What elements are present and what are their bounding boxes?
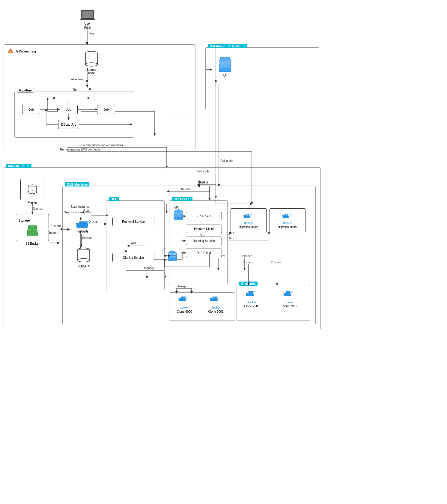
svg-rect-103 (246, 214, 247, 215)
svg-rect-123 (210, 298, 212, 300)
svg-rect-80 (79, 223, 82, 225)
svg-rect-102 (244, 215, 245, 216)
svg-rect-138 (286, 291, 288, 293)
svg-text:Push: Push (89, 32, 96, 35)
cloning-service-node: Cloning Service (112, 253, 154, 262)
svg-rect-124 (213, 297, 214, 298)
svg-rect-118 (181, 298, 183, 300)
svg-rect-134 (251, 293, 253, 294)
svg-text:Connect: Connect (271, 261, 281, 264)
svg-rect-130 (246, 293, 248, 294)
s3-bucket-label: S3 Bucket (25, 242, 39, 245)
refresh-label: Refresh (82, 236, 92, 239)
api-dlp-node: API (213, 57, 237, 77)
master-node: Master (20, 179, 44, 204)
migration-runner1-node: docker Migration runner (231, 208, 267, 232)
svg-rect-113 (287, 215, 288, 216)
dle-client-node: DLE Client (186, 249, 222, 257)
svg-rect-63 (219, 68, 231, 72)
svg-rect-81 (82, 222, 85, 223)
clones-6000-6001-region: docker Clone 6000 docker Clone (169, 292, 235, 321)
clone-6000-node: docker Clone 6000 (172, 294, 196, 313)
svg-rect-121 (179, 300, 186, 301)
clone-6001-label: Clone 6001 (208, 310, 223, 313)
pipeline-region: Pipeline Job Job Job DBLab Job (14, 91, 134, 138)
master-label: Master (28, 201, 37, 204)
svg-rect-106 (248, 215, 249, 216)
svg-rect-104 (246, 215, 247, 216)
svg-rect-127 (215, 298, 217, 300)
svg-rect-142 (284, 294, 291, 296)
pgdata-node: PGDATA (72, 247, 96, 268)
dle-machine-label: DLE Machine (65, 182, 89, 186)
infrastructure-label: Infrastructure (6, 164, 31, 168)
svg-rect-140 (288, 291, 290, 293)
clone-7001-label: Clone 7001 (282, 305, 297, 308)
svg-point-108 (250, 214, 251, 216)
git-logo: GitSomething (7, 48, 36, 55)
diagram-container: Run Run migrations (WS-connection) Pull … (0, 0, 447, 504)
dle-region: DLE Retrieval Service Cloning Service (106, 200, 165, 290)
database-lab-platform-region: Database Lab Platform API (205, 47, 319, 110)
gitsomething-region: GitSomething Sourcecode Pipeline Job Job… (4, 44, 195, 149)
run-migrations-label: Run migrations (WS-connection) (60, 148, 103, 151)
svg-point-143 (291, 291, 293, 293)
svg-text:Connect: Connect (243, 261, 253, 264)
retrieval-service-node: Retrieval Service (112, 217, 154, 226)
user-laptop: User Push (79, 10, 97, 29)
svg-rect-132 (249, 293, 250, 294)
api-ci-icon (172, 209, 185, 222)
svg-rect-125 (213, 298, 214, 300)
svg-text:Manage: Manage (177, 285, 186, 288)
svg-rect-82 (82, 223, 85, 225)
svg-rect-85 (76, 225, 88, 228)
svg-point-54 (85, 63, 97, 66)
storage-label-inner: Storage (17, 219, 30, 222)
svg-rect-109 (283, 215, 284, 216)
svg-rect-114 (283, 216, 289, 218)
api-dlp-label: API (223, 74, 228, 77)
pipeline-label: Pipeline (17, 88, 34, 93)
svg-point-129 (217, 297, 219, 299)
svg-rect-98 (168, 258, 177, 261)
svg-text:Backup: Backup (33, 207, 43, 210)
clone-7001-node: docker Clone 7001 (277, 289, 301, 308)
svg-rect-90 (174, 217, 183, 220)
svg-rect-119 (183, 297, 185, 298)
job2-node: Job (60, 105, 78, 114)
job1-node: Job (22, 105, 40, 114)
sync-instance-label: Sync Instance (64, 211, 81, 214)
clone-7000-label: Clone 7000 (244, 305, 259, 308)
svg-text:Pull code: Pull code (220, 159, 233, 163)
storage-node: Storage S3 Bucket (16, 214, 49, 245)
svg-rect-120 (183, 298, 185, 300)
svg-rect-110 (285, 214, 286, 215)
run-docker-label: Run (93, 220, 98, 223)
svg-rect-107 (244, 216, 250, 218)
svg-rect-139 (286, 293, 288, 294)
dle-label: DLE (109, 197, 119, 201)
svg-rect-117 (181, 297, 183, 298)
svg-point-115 (289, 214, 290, 216)
svg-rect-99 (168, 255, 177, 258)
migration-runner2-node: docker Migration runner (270, 208, 305, 232)
ci-clones-region: CI clones docker Clone 7000 (237, 285, 310, 321)
svg-rect-116 (179, 298, 180, 300)
svg-rect-128 (210, 300, 218, 301)
svg-rect-48 (82, 11, 93, 18)
svg-point-89 (78, 258, 90, 262)
svg-rect-78 (76, 223, 79, 225)
docker-dle-label: docker (79, 230, 88, 234)
ci-clones-label: CI clones (239, 282, 258, 286)
run-label: Run (73, 88, 78, 91)
svg-rect-111 (285, 215, 286, 216)
svg-rect-133 (251, 291, 253, 293)
svg-point-136 (253, 291, 255, 293)
svg-text:Run: Run (229, 237, 234, 240)
svg-marker-68 (220, 57, 231, 68)
svg-rect-126 (215, 297, 217, 298)
running-service-node: Running Service (186, 237, 222, 245)
docker-dle-node: docker (70, 217, 97, 234)
api-cloning-icon (166, 250, 179, 263)
clone-7000-node: docker Clone 7000 (240, 289, 264, 308)
